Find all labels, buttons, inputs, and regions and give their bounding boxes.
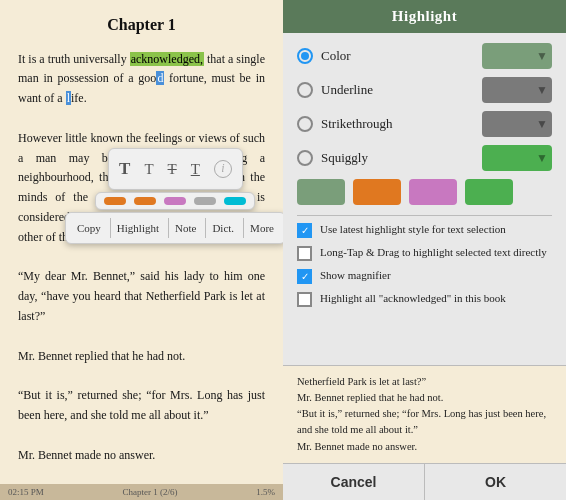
preview-line1: Netherfield Park is let at last?”	[297, 374, 552, 390]
color-orange[interactable]	[104, 197, 126, 205]
underline-swatch[interactable]: ▼	[482, 77, 552, 103]
highlight-all-checkbox[interactable]	[297, 292, 312, 307]
color-orange2[interactable]	[134, 197, 156, 205]
dialog-preview: Netherfield Park is let at last?” Mr. Be…	[283, 365, 566, 463]
swatch-green[interactable]	[297, 179, 345, 205]
paragraph-3: “My dear Mr. Bennet,” said his lady to h…	[18, 267, 265, 326]
copy-button[interactable]: Copy	[74, 218, 104, 238]
dialog-title: Highlight	[283, 0, 566, 33]
swatch-bright-green[interactable]	[465, 179, 513, 205]
highlight-dialog: Highlight Color ▼ Underline ▼ Strikethro…	[283, 0, 566, 500]
swatch-orange[interactable]	[353, 179, 401, 205]
use-latest-checkbox[interactable]	[297, 223, 312, 238]
checkbox-row-3: Show magnifier	[297, 268, 552, 284]
checkbox-row-2: Long-Tap & Drag to highlight selected te…	[297, 245, 552, 261]
paragraph-5: “But it is,” returned she; “for Mrs. Lon…	[18, 386, 265, 426]
longtap-label: Long-Tap & Drag to highlight selected te…	[320, 245, 552, 260]
highlight-all-label: Highlight all "acknowledged" in this boo…	[320, 291, 552, 306]
strikethrough-label: Strikethrough	[321, 116, 474, 132]
color-radio[interactable]	[297, 48, 313, 64]
color-cyan[interactable]	[224, 197, 246, 205]
strikethrough-option-row: Strikethrough ▼	[297, 111, 552, 137]
preview-line3: “But it is,” returned she; “for Mrs. Lon…	[297, 406, 552, 439]
squiggly-swatch[interactable]: ▼	[482, 145, 552, 171]
tooltip-popup: T T T T i Copy Highlight Note	[65, 148, 283, 244]
highlight-button[interactable]: Highlight	[110, 218, 162, 238]
checkbox-row-1: Use latest highlight style for text sele…	[297, 222, 552, 238]
underline-option-row: Underline ▼	[297, 77, 552, 103]
info-icon[interactable]: i	[214, 160, 232, 178]
divider-1	[297, 215, 552, 216]
strikethrough-radio[interactable]	[297, 116, 313, 132]
normal-T-icon[interactable]: T	[144, 157, 153, 182]
left-chapter: Chapter 1 (2/6)	[123, 487, 178, 497]
squiggly-label: Squiggly	[321, 150, 474, 166]
left-time: 02:15 PM	[8, 487, 44, 497]
squiggly-radio[interactable]	[297, 150, 313, 166]
squiggly-option-row: Squiggly ▼	[297, 145, 552, 171]
ereader-panel: Chapter 1 It is a truth universally ackn…	[0, 0, 283, 500]
highlighted-acknowledged[interactable]: acknowledged,	[130, 52, 204, 66]
color-gray[interactable]	[194, 197, 216, 205]
ok-button[interactable]: OK	[425, 464, 566, 500]
note-button[interactable]: Note	[168, 218, 199, 238]
swatch-pink[interactable]	[409, 179, 457, 205]
left-status-bar: 02:15 PM Chapter 1 (2/6) 1.5%	[0, 484, 283, 500]
magnifier-label: Show magnifier	[320, 268, 552, 283]
use-latest-label: Use latest highlight style for text sele…	[320, 222, 552, 237]
color-label: Color	[321, 48, 474, 64]
checkbox-row-4: Highlight all "acknowledged" in this boo…	[297, 291, 552, 307]
book-text: It is a truth universally acknowledged, …	[18, 50, 265, 466]
paragraph-1: It is a truth universally acknowledged, …	[18, 50, 265, 109]
tooltip-icons-row: T T T T i	[108, 148, 243, 190]
para1-end3: ife.	[71, 91, 87, 105]
underline-radio[interactable]	[297, 82, 313, 98]
underline-chevron: ▼	[536, 83, 548, 98]
dict-button[interactable]: Dict.	[205, 218, 237, 238]
cancel-button[interactable]: Cancel	[283, 464, 425, 500]
left-percent: 1.5%	[256, 487, 275, 497]
dialog-body: Color ▼ Underline ▼ Strikethrough ▼ Squi…	[283, 33, 566, 365]
color-chevron: ▼	[536, 49, 548, 64]
preview-line2: Mr. Bennet replied that he had not.	[297, 390, 552, 406]
squiggly-chevron: ▼	[536, 151, 548, 166]
tooltip-colors-row	[95, 192, 255, 210]
color-swatch-green[interactable]: ▼	[482, 43, 552, 69]
dialog-footer: Cancel OK	[283, 463, 566, 500]
chapter-title: Chapter 1	[18, 12, 265, 38]
strikethrough-swatch[interactable]: ▼	[482, 111, 552, 137]
magnifier-checkbox[interactable]	[297, 269, 312, 284]
more-button[interactable]: More	[243, 218, 277, 238]
strikethrough-chevron: ▼	[536, 117, 548, 132]
para1-start: It is a truth universally	[18, 52, 130, 66]
underline-label: Underline	[321, 82, 474, 98]
color-option-row: Color ▼	[297, 43, 552, 69]
tooltip-actions-row: Copy Highlight Note Dict. More	[65, 212, 283, 244]
preview-line4: Mr. Bennet made no answer.	[297, 439, 552, 455]
underline-T-icon[interactable]: T	[191, 157, 200, 182]
strikethrough-T-icon[interactable]: T	[168, 157, 177, 182]
bold-T-icon[interactable]: T	[119, 155, 130, 183]
color-pink[interactable]	[164, 197, 186, 205]
paragraph-4: Mr. Bennet replied that he had not.	[18, 347, 265, 367]
color-swatches-row	[297, 179, 552, 205]
book-content: Chapter 1 It is a truth universally ackn…	[0, 0, 283, 484]
longtap-checkbox[interactable]	[297, 246, 312, 261]
paragraph-6: Mr. Bennet made no answer.	[18, 446, 265, 466]
